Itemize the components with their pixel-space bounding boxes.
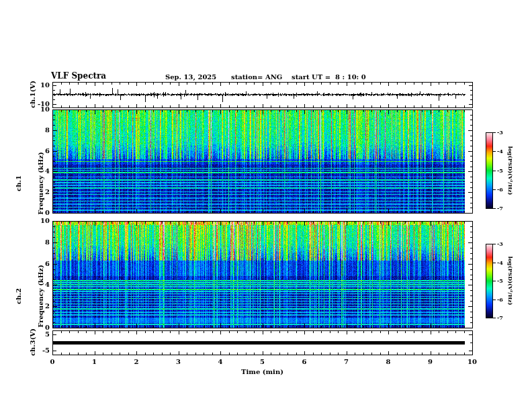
- colorbar-tick-label: -3: [497, 241, 503, 246]
- spec-ytick-label: 0: [30, 210, 50, 216]
- spec-ytick-label: 8: [30, 239, 50, 246]
- spec-ytick-label: 4: [30, 168, 50, 175]
- ch3-ytick-label: 5: [30, 331, 50, 338]
- x-tick-label: 2: [126, 359, 146, 365]
- plot-canvas: [0, 0, 532, 411]
- spec-ytick-label: 10: [30, 106, 50, 113]
- colorbar-tick-label: -4: [497, 260, 503, 265]
- x-tick-label: 9: [420, 359, 441, 365]
- spec-ytick-label: 6: [30, 261, 50, 267]
- colorbar2-psd-label: log(PSD)(V²/Hz): [507, 248, 514, 313]
- colorbar-tick-label: -7: [497, 205, 503, 211]
- colorbar-tick-label: -3: [497, 130, 503, 135]
- x-tick-label: 6: [294, 359, 314, 365]
- title-start-ut: start UT = 8 : 10: 0: [292, 73, 366, 81]
- title-station: station= ANG: [231, 73, 282, 81]
- colorbar-tick-label: -6: [497, 297, 503, 302]
- x-tick-label: 4: [210, 359, 230, 365]
- ch1-axis-line1: ch.1: [15, 143, 22, 224]
- spec-ytick-label: 8: [30, 127, 50, 134]
- colorbar-tick-label: -6: [497, 187, 503, 192]
- title-date: Sep. 13, 2025: [165, 73, 216, 81]
- spec-ytick-label: 4: [30, 281, 50, 288]
- x-tick-label: 8: [378, 359, 398, 365]
- time-axis-label: Time (min): [222, 368, 303, 375]
- colorbar-tick-label: -5: [497, 168, 503, 173]
- vlf-spectra-page: VLF Spectra Sep. 13, 2025 station= ANG s…: [0, 0, 532, 411]
- x-tick-label: 7: [337, 359, 357, 365]
- x-tick-label: 1: [85, 359, 105, 365]
- colorbar-tick-label: -5: [497, 278, 503, 283]
- colorbar1-psd-label: log(PSD)(V²/Hz): [507, 138, 514, 203]
- spec-ytick-label: 10: [30, 218, 50, 224]
- spec-ytick-label: 2: [30, 189, 50, 195]
- x-tick-label: 10: [462, 359, 482, 365]
- spec-ytick-label: 2: [30, 303, 50, 310]
- ch1-ytick-label: 10: [30, 82, 50, 89]
- ch3-ytick-label: -5: [30, 347, 50, 354]
- x-tick-label: 5: [253, 359, 273, 365]
- spec-ytick-label: 6: [30, 148, 50, 154]
- x-tick-label: 0: [42, 359, 62, 365]
- colorbar-tick-label: -7: [497, 315, 503, 320]
- page-title: VLF Spectra: [51, 71, 106, 81]
- x-tick-label: 3: [169, 359, 189, 365]
- colorbar-tick-label: -4: [497, 148, 503, 154]
- ch2-axis-line1: ch.2: [15, 256, 22, 336]
